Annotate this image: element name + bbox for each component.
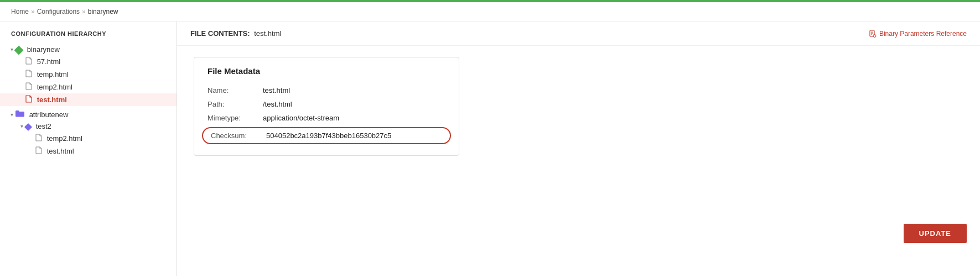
metadata-row-path: Path: /test.html bbox=[208, 97, 445, 111]
file-icon-testhtml bbox=[25, 95, 32, 104]
tree-label-test2: test2 bbox=[36, 122, 51, 130]
chevron-attributenew: ▾ bbox=[8, 112, 15, 118]
breadcrumb-sep1: » bbox=[31, 8, 35, 15]
tree-label-temp2html2: temp2.html bbox=[47, 134, 82, 143]
diamond-icon-binarynew bbox=[15, 45, 22, 54]
main-layout: CONFIGURATION HIERARCHY ▾ binarynew bbox=[0, 22, 980, 276]
tree-label-binarynew: binarynew bbox=[27, 45, 60, 54]
svg-point-1 bbox=[873, 34, 876, 37]
right-panel-content: File Metadata Name: test.html Path: /tes… bbox=[177, 46, 980, 276]
metadata-value-path: /test.html bbox=[263, 100, 292, 108]
metadata-key-path: Path: bbox=[208, 100, 263, 108]
breadcrumb-configurations[interactable]: Configurations bbox=[37, 8, 80, 15]
right-panel: FILE CONTENTS: test.html Binary Paramete… bbox=[177, 22, 980, 276]
diamond-icon-test2 bbox=[25, 122, 31, 130]
tree-item-57html[interactable]: 57.html bbox=[0, 55, 177, 68]
metadata-card: File Metadata Name: test.html Path: /tes… bbox=[194, 57, 459, 156]
metadata-key-name: Name: bbox=[208, 86, 263, 94]
metadata-value-checksum: 504052bc2a193b7f43bbeb16530b27c5 bbox=[266, 131, 391, 140]
update-button[interactable]: UPDATE bbox=[904, 224, 967, 243]
tree-item-binarynew[interactable]: ▾ binarynew bbox=[0, 44, 177, 55]
file-icon-temp2html bbox=[25, 82, 32, 92]
metadata-title: File Metadata bbox=[208, 66, 445, 76]
tree-label-temphtml: temp.html bbox=[37, 70, 69, 78]
metadata-row-name: Name: test.html bbox=[208, 83, 445, 97]
binary-params-link-label: Binary Parameters Reference bbox=[879, 30, 967, 38]
file-contents-label: FILE CONTENTS: test.html bbox=[190, 29, 281, 38]
tree-item-temp2html2[interactable]: temp2.html bbox=[0, 132, 177, 145]
breadcrumb: Home » Configurations » binarynew bbox=[0, 2, 980, 22]
file-contents-filename: test.html bbox=[254, 29, 281, 38]
metadata-value-name: test.html bbox=[263, 86, 290, 94]
tree-item-attributenew[interactable]: ▾ attributenew bbox=[0, 108, 177, 120]
tree-label-temp2html: temp2.html bbox=[37, 83, 72, 91]
tree-item-temphtml[interactable]: temp.html bbox=[0, 68, 177, 81]
tree-label-attributenew: attributenew bbox=[29, 110, 69, 119]
tree-label-testhtml: test.html bbox=[37, 96, 67, 104]
file-icon-57html bbox=[25, 57, 32, 66]
breadcrumb-sep2: » bbox=[82, 8, 86, 15]
metadata-row-checksum: Checksum: 504052bc2a193b7f43bbeb16530b27… bbox=[202, 127, 451, 144]
tree-label-57html: 57.html bbox=[37, 57, 61, 66]
metadata-value-mimetype: application/octet-stream bbox=[263, 114, 339, 122]
doc-link-icon bbox=[869, 30, 877, 38]
left-panel: CONFIGURATION HIERARCHY ▾ binarynew bbox=[0, 22, 177, 276]
panel-title: CONFIGURATION HIERARCHY bbox=[0, 30, 177, 44]
tree: ▾ binarynew 57.html bbox=[0, 44, 177, 157]
breadcrumb-current: binarynew bbox=[88, 8, 118, 15]
folder-icon-attributenew bbox=[15, 110, 24, 119]
metadata-key-mimetype: Mimetype: bbox=[208, 114, 263, 122]
file-icon-testhtml2 bbox=[35, 146, 42, 156]
file-icon-temp2html2 bbox=[35, 134, 42, 143]
right-panel-header: FILE CONTENTS: test.html Binary Paramete… bbox=[177, 22, 980, 46]
metadata-key-checksum: Checksum: bbox=[211, 131, 266, 140]
tree-label-testhtml2: test.html bbox=[47, 147, 74, 155]
breadcrumb-home[interactable]: Home bbox=[11, 8, 29, 15]
tree-item-test2[interactable]: ▾ test2 bbox=[0, 120, 177, 132]
tree-item-temp2html[interactable]: temp2.html bbox=[0, 81, 177, 93]
tree-item-testhtml2[interactable]: test.html bbox=[0, 145, 177, 157]
file-icon-temphtml bbox=[25, 70, 32, 79]
file-contents-title: FILE CONTENTS: bbox=[190, 29, 250, 38]
tree-item-testhtml[interactable]: test.html bbox=[0, 93, 177, 106]
binary-params-link[interactable]: Binary Parameters Reference bbox=[869, 30, 967, 38]
metadata-row-mimetype: Mimetype: application/octet-stream bbox=[208, 111, 445, 125]
